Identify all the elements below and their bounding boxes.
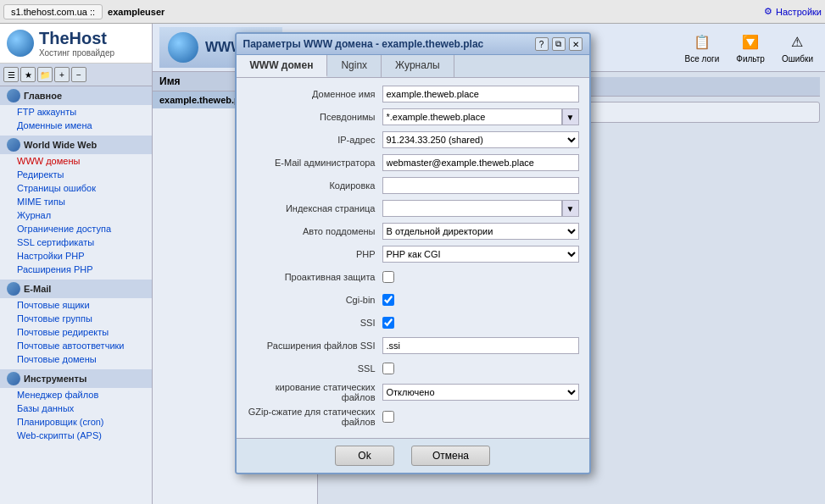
select-ip[interactable]: 91.234.33.250 (shared): [382, 131, 579, 148]
label-ssi: SSI: [247, 318, 382, 328]
sidebar-item-mailboxes[interactable]: Почтовые ящики: [0, 298, 152, 312]
label-aliases: Псевдонимы: [247, 112, 382, 122]
username-label: exampleuser: [108, 7, 164, 17]
field-cache-static: кирование статических файлов Отключено В…: [247, 382, 579, 402]
sidebar-item-php-ext[interactable]: Расширения PHP: [0, 263, 152, 276]
all-logs-label: Все логи: [685, 54, 720, 64]
all-logs-button[interactable]: 📋 Все логи: [680, 30, 725, 65]
sidebar-folder-icon[interactable]: 📁: [37, 67, 53, 82]
sidebar-star-icon[interactable]: ★: [20, 67, 36, 82]
sidebar-section-www-label[interactable]: World Wide Web: [0, 136, 152, 154]
sidebar-item-redirects[interactable]: Редиректы: [0, 168, 152, 181]
aliases-btn[interactable]: ▼: [562, 108, 579, 125]
field-ssi: SSI: [247, 313, 579, 332]
main-section-text: Главное: [24, 91, 62, 101]
modal-www-domain: Параметры WWW домена - example.theweb.pl…: [235, 72, 591, 474]
logo-text: TheHost Хостинг провайдер: [39, 29, 114, 58]
main-layout: TheHost Хостинг провайдер ☰ ★ 📁 + − Глав…: [0, 24, 825, 504]
sidebar-section-main-label[interactable]: Главное: [0, 86, 152, 105]
field-cgi-bin: Cgi-bin: [247, 291, 579, 309]
label-email-admin: E-Mail администратора: [247, 158, 382, 168]
sidebar-item-error-pages[interactable]: Страницы ошибок: [0, 181, 152, 195]
sidebar-item-mail-domains[interactable]: Почтовые домены: [0, 352, 152, 366]
modal-body: Доменное имя Псевдонимы ▼: [237, 78, 589, 438]
select-php[interactable]: PHP как CGI Отключено: [382, 246, 579, 263]
label-domain-name: Доменное имя: [247, 89, 382, 99]
page-content: Имя example.theweb.place Параметры PHP P…: [153, 72, 825, 504]
field-ssi-ext: Расширения файлов SSI: [247, 336, 579, 355]
checkbox-gzip[interactable]: [382, 411, 394, 423]
errors-label: Ошибки: [782, 54, 813, 64]
sidebar-item-log[interactable]: Журнал: [0, 208, 152, 222]
sidebar-actions: ☰ ★ 📁 + −: [3, 67, 86, 82]
brand-name: TheHost: [39, 29, 114, 48]
input-ssi-ext[interactable]: [382, 337, 579, 354]
input-email-admin[interactable]: [382, 154, 579, 171]
select-cache-static[interactable]: Отключено Включено: [382, 384, 579, 401]
select-auto-subdomains[interactable]: В отдельной директории Отключено: [382, 223, 579, 240]
input-domain-name[interactable]: [382, 86, 579, 102]
sidebar-item-ftp[interactable]: FTP аккаунты: [0, 105, 152, 119]
index-page-input-group: ▼: [382, 200, 579, 217]
modal-footer: Ok Отмена: [237, 438, 589, 473]
sidebar-item-www-domains[interactable]: WWW домены: [0, 154, 152, 168]
errors-button[interactable]: ⚠ Ошибки: [777, 30, 818, 65]
tab-www-domain[interactable]: WWW домен: [237, 72, 328, 77]
sidebar-item-autoresponders[interactable]: Почтовые автоответчики: [0, 339, 152, 352]
label-ssi-ext: Расширения файлов SSI: [247, 341, 382, 351]
sidebar-item-domains[interactable]: Доменные имена: [0, 119, 152, 132]
sidebar-remove-icon[interactable]: −: [71, 67, 86, 82]
sidebar-item-ssl[interactable]: SSL сертификаты: [0, 235, 152, 249]
input-index-page[interactable]: [382, 200, 562, 217]
sidebar-add-icon[interactable]: +: [54, 67, 70, 82]
ok-button[interactable]: Ok: [335, 446, 394, 466]
filter-button[interactable]: 🔽 Фильтр: [731, 30, 770, 65]
value-cgi-bin: [382, 294, 579, 306]
field-php: PHP PHP как CGI Отключено: [247, 245, 579, 263]
sidebar-section-main: Главное FTP аккаунты Доменные имена: [0, 86, 152, 132]
checkbox-ssi[interactable]: [382, 317, 394, 329]
checkbox-proactive[interactable]: [382, 271, 394, 283]
all-logs-icon: 📋: [690, 32, 714, 53]
field-ip: IP-адрес 91.234.33.250 (shared): [247, 130, 579, 149]
tab-logs[interactable]: Журналы: [382, 72, 454, 77]
index-page-btn[interactable]: ▼: [562, 200, 579, 217]
field-domain-name: Доменное имя: [247, 85, 579, 103]
sidebar-item-filemanager[interactable]: Менеджер файлов: [0, 388, 152, 402]
sidebar-section-tools-label[interactable]: Инструменты: [0, 369, 152, 388]
sidebar-item-webscripts[interactable]: Web-скрипты (APS): [0, 429, 152, 442]
email-section-icon: [7, 282, 20, 296]
sidebar-section-www: World Wide Web WWW домены Редиректы Стра…: [0, 136, 152, 276]
logo-area: TheHost Хостинг провайдер: [0, 24, 152, 64]
globe-icon: [7, 30, 34, 57]
sidebar-menu-icon[interactable]: ☰: [3, 67, 19, 82]
checkbox-ssl[interactable]: [382, 363, 394, 374]
sidebar-item-access[interactable]: Ограничение доступа: [0, 222, 152, 235]
filter-label: Фильтр: [736, 54, 765, 64]
value-auto-subdomains: В отдельной директории Отключено: [382, 223, 579, 240]
errors-icon: ⚠: [785, 32, 809, 53]
field-index-page: Индексная страница ▼: [247, 199, 579, 218]
brand-sub: Хостинг провайдер: [39, 48, 114, 58]
sidebar: TheHost Хостинг провайдер ☰ ★ 📁 + − Глав…: [0, 24, 153, 504]
input-encoding[interactable]: [382, 177, 579, 194]
sidebar-item-databases[interactable]: Базы данных: [0, 402, 152, 415]
label-index-page: Индексная страница: [247, 203, 382, 213]
cancel-button[interactable]: Отмена: [411, 446, 490, 466]
sidebar-item-php-settings[interactable]: Настройки PHP: [0, 249, 152, 263]
field-auto-subdomains: Авто поддомены В отдельной директории От…: [247, 222, 579, 241]
label-auto-subdomains: Авто поддомены: [247, 226, 382, 236]
field-email-admin: E-Mail администратора: [247, 153, 579, 172]
sidebar-item-mailgroups[interactable]: Почтовые группы: [0, 312, 152, 325]
sidebar-item-mail-redirects[interactable]: Почтовые редиректы: [0, 325, 152, 339]
sidebar-section-email-label[interactable]: E-Mail: [0, 280, 152, 298]
input-aliases[interactable]: [382, 108, 562, 125]
field-encoding: Кодировка: [247, 176, 579, 195]
field-proactive: Проактивная защита: [247, 268, 579, 286]
settings-label: Настройки: [776, 7, 822, 17]
sidebar-item-mime[interactable]: MIME типы: [0, 195, 152, 208]
sidebar-item-cron[interactable]: Планировщик (cron): [0, 415, 152, 429]
checkbox-cgi-bin[interactable]: [382, 294, 394, 306]
settings-button[interactable]: ⚙ Настройки: [764, 6, 822, 17]
tab-nginx[interactable]: Nginx: [327, 72, 382, 77]
